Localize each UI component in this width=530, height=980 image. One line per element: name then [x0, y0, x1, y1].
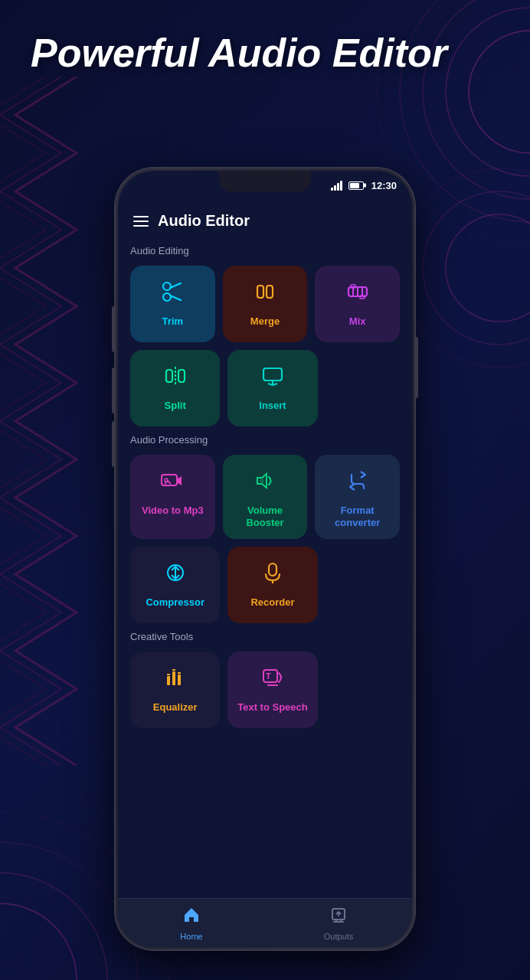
- app-topnav: Audio Editor: [118, 200, 412, 242]
- hamburger-line-1: [133, 216, 149, 217]
- svg-point-34: [260, 479, 264, 483]
- compressor-label: Compressor: [146, 596, 204, 609]
- bottom-navigation: Home Outputs: [118, 898, 412, 947]
- svg-rect-28: [263, 368, 282, 381]
- volume-booster-button[interactable]: Volume Booster: [223, 455, 308, 539]
- spacer: [326, 350, 400, 426]
- creative-tools-label: Creative Tools: [130, 631, 400, 642]
- video-to-mp3-button[interactable]: Video to Mp3: [130, 455, 215, 539]
- hamburger-line-2: [133, 220, 149, 222]
- trim-button[interactable]: Trim: [130, 266, 215, 342]
- video-mp3-icon: [160, 469, 185, 497]
- signal-bar-1: [331, 188, 333, 191]
- svg-line-15: [170, 283, 181, 288]
- text-to-speech-button[interactable]: T Text to Speech: [227, 652, 317, 728]
- format-converter-button[interactable]: Format converter: [315, 455, 400, 539]
- format-converter-label: Format converter: [322, 505, 392, 528]
- clock-display: 12:30: [371, 180, 397, 191]
- scroll-content[interactable]: Audio Editing: [118, 242, 412, 890]
- battery-icon: [348, 181, 364, 190]
- merge-button[interactable]: Merge: [223, 266, 308, 342]
- signal-bar-4: [340, 181, 342, 191]
- text-speech-label: Text to Speech: [237, 701, 308, 714]
- app-content: Audio Editor Audio Editing: [118, 200, 412, 947]
- recorder-label: Recorder: [250, 596, 294, 609]
- audio-processing-section: Audio Processing: [130, 434, 400, 623]
- audio-processing-row-2: Compressor: [130, 547, 400, 623]
- phone-screen: 12:30 Audio Editor: [118, 171, 412, 947]
- svg-point-8: [0, 903, 77, 980]
- nav-home[interactable]: Home: [118, 900, 265, 947]
- phone-outer-frame: 12:30 Audio Editor: [116, 168, 414, 949]
- svg-rect-30: [162, 475, 177, 485]
- svg-rect-25: [166, 370, 172, 382]
- svg-rect-41: [178, 675, 181, 685]
- equalizer-label: Equalizer: [153, 701, 198, 714]
- nav-outputs[interactable]: Outputs: [265, 900, 412, 947]
- scissors-icon: [160, 279, 185, 308]
- background: Powerful Audio Editor: [0, 0, 530, 980]
- zigzag-decoration-left: [0, 77, 92, 766]
- svg-text:T: T: [266, 671, 271, 681]
- compressor-icon: [163, 560, 188, 589]
- video-mp3-label: Video to Mp3: [142, 505, 204, 517]
- home-icon: [182, 906, 201, 929]
- outputs-icon: [329, 906, 348, 929]
- equalizer-button[interactable]: Equalizer: [130, 652, 220, 728]
- app-title: Audio Editor: [158, 212, 250, 230]
- split-button[interactable]: Split: [130, 350, 220, 426]
- audio-editing-label: Audio Editing: [130, 245, 400, 256]
- svg-point-9: [0, 873, 107, 980]
- spacer-3: [326, 652, 400, 728]
- format-icon: [345, 469, 370, 497]
- battery-fill: [350, 183, 360, 188]
- audio-processing-row-1: Video to Mp3: [130, 455, 400, 539]
- insert-label: Insert: [259, 400, 286, 412]
- svg-point-13: [163, 283, 171, 290]
- creative-tools-section: Creative Tools: [130, 631, 400, 728]
- headline-text: Powerful Audio Editor: [31, 31, 499, 77]
- volume-booster-label: Volume Booster: [231, 505, 300, 528]
- compressor-button[interactable]: Compressor: [130, 547, 220, 623]
- svg-point-6: [423, 191, 530, 345]
- svg-point-14: [163, 293, 171, 301]
- outputs-nav-label: Outputs: [324, 932, 354, 941]
- signal-bar-3: [337, 183, 339, 191]
- split-label: Split: [165, 400, 186, 412]
- insert-button[interactable]: Insert: [227, 350, 317, 426]
- insert-icon: [260, 364, 285, 392]
- split-icon: [163, 364, 188, 392]
- signal-bar-2: [334, 185, 336, 191]
- recorder-button[interactable]: Recorder: [227, 547, 317, 623]
- svg-rect-26: [178, 370, 185, 382]
- phone-notch: [219, 171, 311, 192]
- page-headline: Powerful Audio Editor: [31, 31, 499, 77]
- mix-icon: [345, 279, 370, 308]
- svg-rect-39: [167, 676, 170, 685]
- mix-button[interactable]: Mix: [315, 266, 400, 342]
- creative-tools-row-1: Equalizer T: [130, 652, 400, 728]
- audio-editing-row-2: Split: [130, 350, 400, 426]
- status-icons: 12:30: [331, 180, 397, 191]
- merge-icon: [253, 279, 277, 308]
- audio-editing-row-1: Trim Merge: [130, 266, 400, 342]
- spacer-2: [326, 547, 400, 623]
- svg-point-5: [446, 214, 530, 322]
- svg-point-32: [165, 479, 168, 482]
- svg-rect-18: [267, 286, 273, 298]
- merge-label: Merge: [250, 315, 280, 328]
- svg-point-7: [400, 168, 530, 368]
- hamburger-menu-button[interactable]: [133, 216, 149, 227]
- svg-line-16: [170, 296, 181, 300]
- hamburger-line-3: [133, 225, 149, 227]
- svg-rect-17: [257, 286, 263, 298]
- svg-rect-40: [172, 671, 175, 685]
- audio-editing-section: Audio Editing: [130, 245, 400, 426]
- volume-icon: [253, 469, 277, 497]
- phone-mockup: 12:30 Audio Editor: [116, 168, 414, 949]
- signal-icon: [331, 180, 342, 191]
- home-nav-label: Home: [180, 932, 202, 941]
- mic-icon: [260, 560, 285, 589]
- text-speech-icon: T: [260, 665, 285, 694]
- audio-processing-label: Audio Processing: [130, 434, 400, 446]
